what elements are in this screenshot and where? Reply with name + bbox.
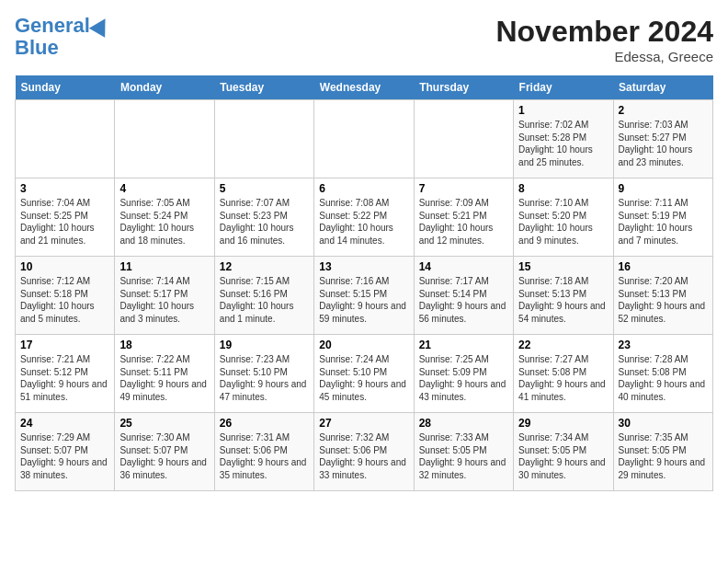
day-number: 12 [220, 260, 309, 273]
day-number: 16 [619, 260, 708, 273]
logo-text: General [15, 15, 90, 37]
day-info: Sunrise: 7:33 AM Sunset: 5:05 PM Dayligh… [419, 431, 508, 481]
day-number: 28 [419, 417, 508, 430]
day-number: 5 [220, 182, 309, 195]
page-header: General Blue November 2024 Edessa, Greec… [15, 15, 713, 64]
calendar-cell: 8Sunrise: 7:10 AM Sunset: 5:20 PM Daylig… [514, 178, 613, 257]
day-number: 14 [419, 260, 508, 273]
calendar-cell: 4Sunrise: 7:05 AM Sunset: 5:24 PM Daylig… [115, 178, 214, 257]
day-info: Sunrise: 7:09 AM Sunset: 5:21 PM Dayligh… [419, 197, 508, 247]
day-number: 10 [20, 260, 109, 273]
calendar-cell: 23Sunrise: 7:28 AM Sunset: 5:08 PM Dayli… [613, 335, 712, 413]
calendar-cell: 1Sunrise: 7:02 AM Sunset: 5:28 PM Daylig… [514, 100, 613, 178]
day-info: Sunrise: 7:04 AM Sunset: 5:25 PM Dayligh… [20, 197, 109, 247]
day-info: Sunrise: 7:07 AM Sunset: 5:23 PM Dayligh… [220, 197, 309, 247]
day-info: Sunrise: 7:24 AM Sunset: 5:10 PM Dayligh… [319, 353, 408, 403]
day-number: 27 [319, 417, 408, 430]
day-number: 24 [20, 417, 109, 430]
day-info: Sunrise: 7:28 AM Sunset: 5:08 PM Dayligh… [619, 353, 708, 403]
day-number: 7 [419, 182, 508, 195]
day-number: 2 [619, 104, 708, 117]
title-block: November 2024 Edessa, Greece [495, 15, 713, 64]
calendar-cell: 10Sunrise: 7:12 AM Sunset: 5:18 PM Dayli… [16, 257, 115, 335]
day-info: Sunrise: 7:16 AM Sunset: 5:15 PM Dayligh… [319, 275, 408, 325]
weekday-header-tuesday: Tuesday [214, 75, 313, 100]
calendar-cell: 12Sunrise: 7:15 AM Sunset: 5:16 PM Dayli… [214, 257, 313, 335]
day-info: Sunrise: 7:08 AM Sunset: 5:22 PM Dayligh… [319, 197, 408, 247]
calendar-cell [115, 100, 214, 178]
day-number: 30 [619, 417, 708, 430]
calendar-cell: 5Sunrise: 7:07 AM Sunset: 5:23 PM Daylig… [214, 178, 313, 257]
calendar-cell: 30Sunrise: 7:35 AM Sunset: 5:05 PM Dayli… [613, 413, 712, 491]
day-number: 23 [619, 339, 708, 351]
calendar-cell: 6Sunrise: 7:08 AM Sunset: 5:22 PM Daylig… [314, 178, 414, 257]
day-number: 1 [518, 104, 608, 117]
day-number: 26 [220, 417, 309, 430]
calendar-cell: 21Sunrise: 7:25 AM Sunset: 5:09 PM Dayli… [414, 335, 513, 413]
day-info: Sunrise: 7:21 AM Sunset: 5:12 PM Dayligh… [20, 353, 109, 403]
day-info: Sunrise: 7:12 AM Sunset: 5:18 PM Dayligh… [20, 275, 109, 325]
day-info: Sunrise: 7:15 AM Sunset: 5:16 PM Dayligh… [220, 275, 309, 325]
day-number: 21 [419, 339, 508, 351]
location: Edessa, Greece [495, 49, 713, 64]
day-info: Sunrise: 7:29 AM Sunset: 5:07 PM Dayligh… [20, 431, 109, 481]
weekday-header-thursday: Thursday [414, 75, 513, 100]
day-info: Sunrise: 7:03 AM Sunset: 5:27 PM Dayligh… [619, 119, 708, 168]
day-info: Sunrise: 7:14 AM Sunset: 5:17 PM Dayligh… [119, 275, 209, 325]
day-number: 20 [319, 339, 408, 351]
calendar-cell [314, 100, 414, 178]
weekday-header-friday: Friday [514, 75, 613, 100]
calendar-cell: 2Sunrise: 7:03 AM Sunset: 5:27 PM Daylig… [613, 100, 712, 178]
day-number: 6 [319, 182, 408, 195]
calendar-cell: 11Sunrise: 7:14 AM Sunset: 5:17 PM Dayli… [115, 257, 214, 335]
day-info: Sunrise: 7:27 AM Sunset: 5:08 PM Dayligh… [518, 353, 608, 403]
calendar-cell: 7Sunrise: 7:09 AM Sunset: 5:21 PM Daylig… [414, 178, 513, 257]
weekday-header-wednesday: Wednesday [314, 75, 414, 100]
day-number: 25 [119, 417, 209, 430]
logo-triangle-icon [89, 14, 113, 38]
calendar-cell: 16Sunrise: 7:20 AM Sunset: 5:13 PM Dayli… [613, 257, 712, 335]
calendar-cell: 22Sunrise: 7:27 AM Sunset: 5:08 PM Dayli… [514, 335, 613, 413]
calendar-cell: 29Sunrise: 7:34 AM Sunset: 5:05 PM Dayli… [514, 413, 613, 491]
calendar-cell [16, 100, 115, 178]
calendar-cell: 27Sunrise: 7:32 AM Sunset: 5:06 PM Dayli… [314, 413, 414, 491]
weekday-header-monday: Monday [115, 75, 214, 100]
logo-text-blue: Blue [15, 37, 59, 59]
calendar-cell: 18Sunrise: 7:22 AM Sunset: 5:11 PM Dayli… [115, 335, 214, 413]
day-info: Sunrise: 7:32 AM Sunset: 5:06 PM Dayligh… [319, 431, 408, 481]
calendar-cell: 19Sunrise: 7:23 AM Sunset: 5:10 PM Dayli… [214, 335, 313, 413]
calendar-cell: 15Sunrise: 7:18 AM Sunset: 5:13 PM Dayli… [514, 257, 613, 335]
day-info: Sunrise: 7:17 AM Sunset: 5:14 PM Dayligh… [419, 275, 508, 325]
calendar-cell: 25Sunrise: 7:30 AM Sunset: 5:07 PM Dayli… [115, 413, 214, 491]
day-info: Sunrise: 7:05 AM Sunset: 5:24 PM Dayligh… [119, 197, 209, 247]
day-number: 22 [518, 339, 608, 351]
day-info: Sunrise: 7:22 AM Sunset: 5:11 PM Dayligh… [119, 353, 209, 403]
day-info: Sunrise: 7:18 AM Sunset: 5:13 PM Dayligh… [518, 275, 608, 325]
day-number: 19 [220, 339, 309, 351]
day-number: 29 [518, 417, 608, 430]
calendar-table: SundayMondayTuesdayWednesdayThursdayFrid… [15, 75, 713, 491]
day-number: 15 [518, 260, 608, 273]
day-info: Sunrise: 7:11 AM Sunset: 5:19 PM Dayligh… [619, 197, 708, 247]
day-info: Sunrise: 7:35 AM Sunset: 5:05 PM Dayligh… [619, 431, 708, 481]
calendar-cell: 14Sunrise: 7:17 AM Sunset: 5:14 PM Dayli… [414, 257, 513, 335]
day-number: 9 [619, 182, 708, 195]
day-info: Sunrise: 7:31 AM Sunset: 5:06 PM Dayligh… [220, 431, 309, 481]
day-info: Sunrise: 7:25 AM Sunset: 5:09 PM Dayligh… [419, 353, 508, 403]
weekday-header-saturday: Saturday [613, 75, 712, 100]
day-number: 11 [119, 260, 209, 273]
calendar-cell: 28Sunrise: 7:33 AM Sunset: 5:05 PM Dayli… [414, 413, 513, 491]
day-number: 13 [319, 260, 408, 273]
calendar-cell [414, 100, 513, 178]
day-info: Sunrise: 7:20 AM Sunset: 5:13 PM Dayligh… [619, 275, 708, 325]
day-info: Sunrise: 7:10 AM Sunset: 5:20 PM Dayligh… [518, 197, 608, 247]
calendar-cell: 3Sunrise: 7:04 AM Sunset: 5:25 PM Daylig… [16, 178, 115, 257]
day-number: 4 [119, 182, 209, 195]
month-title: November 2024 [495, 15, 713, 49]
day-info: Sunrise: 7:02 AM Sunset: 5:28 PM Dayligh… [518, 119, 608, 168]
weekday-header-sunday: Sunday [16, 75, 115, 100]
calendar-cell: 17Sunrise: 7:21 AM Sunset: 5:12 PM Dayli… [16, 335, 115, 413]
calendar-cell [214, 100, 313, 178]
day-number: 3 [20, 182, 109, 195]
calendar-cell: 26Sunrise: 7:31 AM Sunset: 5:06 PM Dayli… [214, 413, 313, 491]
